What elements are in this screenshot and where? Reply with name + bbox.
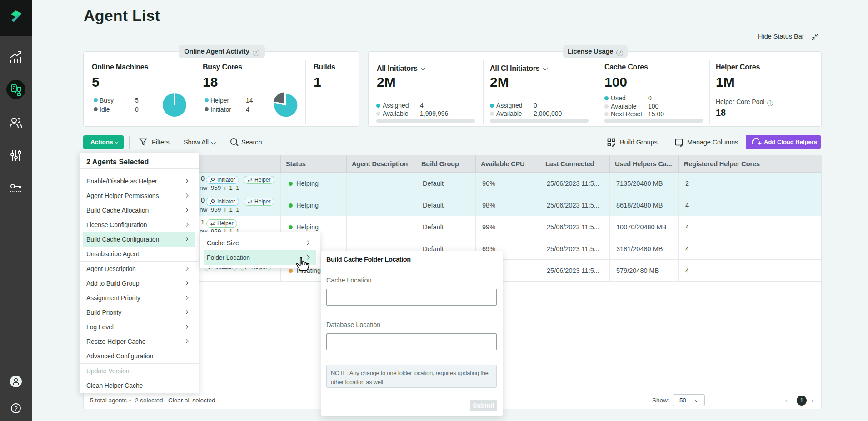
svg-text:?: ? xyxy=(14,405,17,412)
